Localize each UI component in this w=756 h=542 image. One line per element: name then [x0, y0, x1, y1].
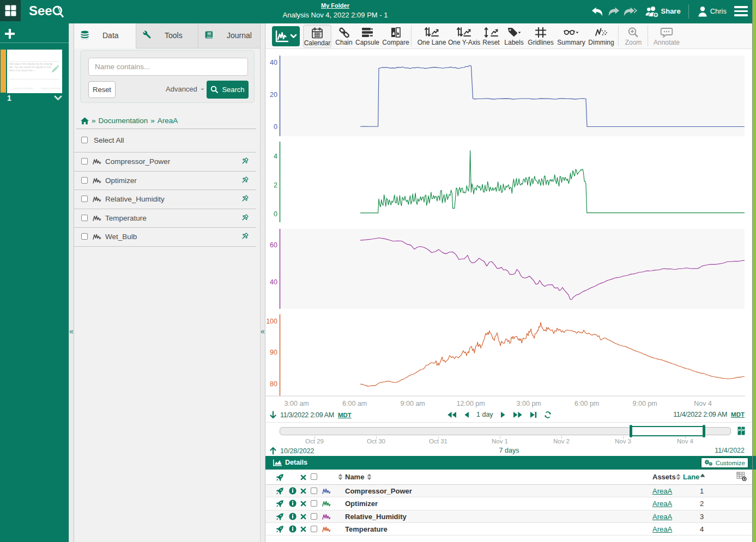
- column-header-name[interactable]: Name: [345, 473, 364, 481]
- tab-data[interactable]: Data: [74, 22, 136, 48]
- panel-collapse-gutter[interactable]: «: [260, 22, 265, 542]
- collapse-left-icon[interactable]: «: [69, 327, 74, 335]
- range-end-timezone[interactable]: MDT: [731, 411, 745, 418]
- remove-icon[interactable]: [300, 526, 306, 532]
- seeq-logo[interactable]: See: [29, 4, 64, 20]
- step-size-label[interactable]: 1 day: [476, 411, 493, 418]
- toolbar-button-zoom[interactable]: Zoom: [621, 25, 645, 48]
- signal-list-item[interactable]: Compressor_Power: [74, 152, 256, 171]
- tab-tools[interactable]: Tools: [136, 22, 198, 48]
- range-start-arrow-icon[interactable]: [270, 411, 276, 419]
- share-button[interactable]: Share: [644, 5, 681, 17]
- toolbar-button-one-y-axis[interactable]: One Y-Axis: [448, 25, 480, 48]
- signal-checkbox[interactable]: [81, 233, 88, 240]
- rocket-icon[interactable]: [276, 500, 284, 508]
- range-start-date[interactable]: 11/3/2022 2:09 AM: [280, 411, 334, 419]
- customize-button[interactable]: Customize: [700, 457, 749, 468]
- sort-icon[interactable]: [676, 473, 681, 480]
- select-all-checkbox[interactable]: [81, 137, 88, 143]
- my-folder-link[interactable]: My Folder: [321, 2, 349, 9]
- toolbar-button-reset[interactable]: Reset: [479, 25, 504, 48]
- step-back-icon[interactable]: [464, 411, 469, 418]
- signal-checkbox[interactable]: [81, 177, 88, 184]
- step-back-much-icon[interactable]: [447, 411, 457, 418]
- sidebar-collapse-gutter[interactable]: «: [69, 22, 74, 542]
- column-header-lane[interactable]: Lane: [683, 473, 699, 481]
- worksheet-chevron-down-icon[interactable]: [54, 95, 62, 101]
- info-icon[interactable]: [289, 525, 297, 533]
- details-asset-link[interactable]: AreaA: [652, 487, 672, 495]
- details-row[interactable]: Optimizer AreaA 2: [265, 497, 753, 510]
- signal-checkbox[interactable]: [81, 215, 88, 221]
- remove-column-icon[interactable]: [300, 474, 306, 480]
- toolbar-button-gridlines[interactable]: Gridlines: [525, 25, 556, 48]
- add-worksheet-button[interactable]: [4, 28, 15, 39]
- pin-icon[interactable]: [240, 214, 249, 223]
- overview-handle-left[interactable]: [630, 425, 632, 437]
- overview-capsule-icon[interactable]: [737, 427, 745, 435]
- details-asset-link[interactable]: AreaA: [652, 513, 672, 521]
- signal-name[interactable]: Compressor_Power: [105, 157, 170, 166]
- overview-handle-right[interactable]: [703, 425, 705, 437]
- step-to-end-icon[interactable]: [530, 411, 537, 418]
- sort-icon[interactable]: [338, 473, 343, 480]
- toolbar-button-capsule[interactable]: Capsule: [353, 25, 382, 48]
- column-header-assets[interactable]: Assets: [652, 473, 676, 481]
- sort-icon[interactable]: [367, 473, 372, 480]
- details-row-checkbox[interactable]: [311, 500, 317, 507]
- signal-name[interactable]: Wet_Bulb: [105, 233, 137, 241]
- details-name[interactable]: Relative_Humidity: [345, 513, 407, 521]
- home-icon[interactable]: [81, 117, 89, 125]
- rocket-column-icon[interactable]: [276, 473, 284, 482]
- worksheet-thumbnail-image[interactable]: Add data to this display via the Data ▦ …: [7, 50, 62, 93]
- info-icon[interactable]: [289, 500, 297, 507]
- tab-journal[interactable]: Journal: [198, 22, 260, 48]
- details-name[interactable]: Compressor_Power: [345, 487, 412, 495]
- details-row[interactable]: Temperature AreaA 4: [265, 523, 753, 535]
- app-grid-button[interactable]: [0, 0, 21, 21]
- redo-button[interactable]: [607, 5, 620, 17]
- rocket-icon[interactable]: [276, 513, 284, 521]
- signal-list-item[interactable]: Optimizer: [74, 171, 256, 190]
- signal-name[interactable]: Relative_Humidity: [105, 195, 165, 203]
- details-row[interactable]: Compressor_Power AreaA 1: [265, 485, 753, 497]
- toolbar-button-one-lane[interactable]: One Lane: [415, 25, 448, 48]
- details-select-all-checkbox[interactable]: [311, 473, 317, 480]
- remove-icon[interactable]: [300, 488, 306, 494]
- details-name[interactable]: Temperature: [345, 525, 388, 533]
- undo-button[interactable]: [590, 5, 603, 17]
- rocket-icon[interactable]: [276, 525, 284, 533]
- toolbar-button-labels[interactable]: Labels: [501, 25, 527, 48]
- range-start-timezone[interactable]: MDT: [338, 412, 352, 418]
- signal-list-item[interactable]: Wet_Bulb: [74, 227, 256, 246]
- details-row[interactable]: Relative_Humidity AreaA 3: [265, 510, 753, 523]
- breadcrumb-area[interactable]: AreaA: [158, 117, 178, 125]
- remove-icon[interactable]: [300, 501, 306, 507]
- details-asset-link[interactable]: AreaA: [652, 500, 672, 508]
- view-selector-button[interactable]: [272, 26, 300, 46]
- pin-icon[interactable]: [240, 233, 249, 241]
- range-end-date[interactable]: 11/4/2022 2:09 AM: [673, 411, 727, 418]
- signal-name[interactable]: Temperature: [105, 214, 147, 222]
- details-row-checkbox[interactable]: [311, 488, 317, 494]
- add-column-icon[interactable]: [736, 472, 747, 481]
- signal-checkbox[interactable]: [81, 196, 88, 202]
- overview-selection[interactable]: [631, 426, 704, 436]
- pin-icon[interactable]: [240, 176, 249, 185]
- step-forward-icon[interactable]: [500, 411, 506, 418]
- details-name[interactable]: Optimizer: [345, 500, 378, 508]
- overview-end-date[interactable]: 11/4/2022: [715, 447, 745, 454]
- search-button[interactable]: Search: [207, 81, 249, 99]
- signal-checkbox[interactable]: [81, 158, 88, 165]
- signal-name[interactable]: Optimizer: [105, 176, 137, 185]
- signal-list-item[interactable]: Relative_Humidity: [74, 190, 256, 209]
- toolbar-button-calendar[interactable]: Calendar: [303, 25, 331, 48]
- step-forward-much-icon[interactable]: [513, 411, 523, 418]
- rocket-icon[interactable]: [276, 487, 284, 495]
- redo-all-button[interactable]: [623, 5, 638, 17]
- collapse-panel-icon[interactable]: «: [260, 327, 265, 335]
- info-icon[interactable]: [289, 487, 297, 495]
- info-icon[interactable]: [289, 513, 297, 520]
- trend-chart[interactable]: 40200420604010090803:00 am6:00 am9:00 am…: [265, 52, 753, 411]
- search-input[interactable]: [88, 58, 248, 76]
